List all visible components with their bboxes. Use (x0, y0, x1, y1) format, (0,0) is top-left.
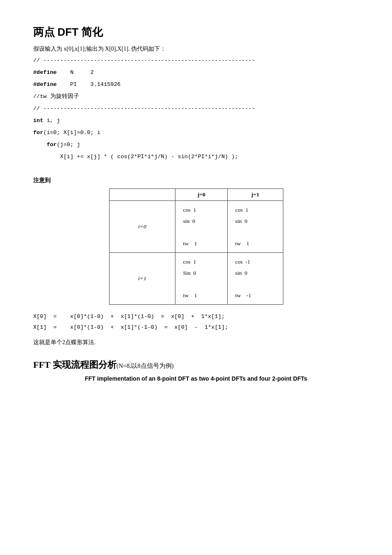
code-define1: #define N 2 (33, 68, 359, 78)
v2-label-i0: i=0 (109, 201, 175, 253)
define2-value: 3.1415926 (90, 81, 121, 88)
section1-title: 两点 DFT 简化 (33, 25, 359, 39)
result-lines: X[0] = x[0]*(1-0) + x[1]*(1-0) = x[0] + … (33, 311, 359, 333)
v2-row-i0: i=0 cos 1 sin 0 tw 1 cos 1 sin 0 tw 1 (109, 201, 283, 253)
trig-table-v2-wrapper: j=0 j=1 i=0 cos 1 sin 0 tw 1 cos 1 sin 0… (33, 188, 359, 305)
code-divider-2: // -------------------------------------… (33, 104, 359, 114)
define1-name: N (70, 69, 73, 76)
code-divider-1: // -------------------------------------… (33, 56, 359, 66)
v2-label-i1: i=1 (109, 253, 175, 305)
code-xij: X[i] += x[j] * ( cos(2*PI*i*j/N) - sin(2… (33, 152, 359, 162)
v2-header-j0: j=0 (175, 189, 228, 201)
for1-body: (i=0; X[i]=0.0; i (43, 130, 100, 136)
code-for1: for(i=0; X[i]=0.0; i (33, 128, 359, 138)
result-line-2: X[1] = x[0]*(1-0) + x[1]*(-1-0) = x[0] -… (33, 322, 359, 333)
intro-text: 假设输入为 x[0],x[1];输出为 X[0],X[1]. 伪代码如下： (33, 45, 359, 53)
code-comment1: //tw 为旋转因子 (33, 92, 359, 102)
code-int: int i, j (33, 116, 359, 126)
summary-text: 这就是单个2点蝶形算法. (33, 339, 359, 346)
section2-title: FFT 实现流程图分析(N=8,以8点信号为例) (33, 359, 359, 371)
result-line-1: X[0] = x[0]*(1-0) + x[1]*(1-0) = x[0] + … (33, 311, 359, 322)
define2-name: PI (70, 81, 77, 88)
define1-value: 2 (90, 69, 94, 76)
define1-keyword: #define (33, 69, 57, 76)
fft-subtitle-small: (N=8,以8点信号为例) (117, 362, 174, 369)
comment1-text: //tw 为旋转因子 (33, 93, 79, 100)
title-suffix: 简化 (78, 26, 103, 38)
v2-cell-i0-j0: cos 1 sin 0 tw 1 (175, 201, 228, 253)
divider-line-2: // -------------------------------------… (33, 105, 255, 112)
divider-line-1: // -------------------------------------… (33, 57, 255, 64)
v2-row-i1: i=1 cos 1 Sin 0 tw 1 cos -1 sin 0 tw -1 (109, 253, 283, 305)
code-for2: for(j=0; j (33, 140, 359, 150)
int-vars: i, j (46, 117, 60, 124)
v2-header-empty (109, 189, 175, 201)
fft-title-bold: FFT (33, 359, 50, 370)
v2-cell-i0-j1: cos 1 sin 0 tw 1 (227, 201, 283, 253)
code-define2: #define PI 3.1415926 (33, 80, 359, 90)
notice-label: 注意到 (33, 177, 359, 184)
fft-title-suffix: 实现流程图分析 (50, 359, 117, 370)
title-prefix: 两点 (33, 26, 58, 38)
v2-header-j1: j=1 (227, 189, 283, 201)
v2-cell-i1-j0: cos 1 Sin 0 tw 1 (175, 253, 228, 305)
title-bold: DFT (58, 26, 79, 38)
xij-body: X[i] += x[j] * ( cos(2*PI*i*j/N) - sin(2… (60, 154, 238, 160)
v2-cell-i1-j1: cos -1 sin 0 tw -1 (227, 253, 283, 305)
trig-table-v2: j=0 j=1 i=0 cos 1 sin 0 tw 1 cos 1 sin 0… (109, 188, 283, 305)
for2-body: (j=0; j (57, 142, 80, 148)
fft-subtitle: FFT implementation of an 8-point DFT as … (33, 375, 359, 382)
define2-keyword: #define (33, 81, 57, 88)
